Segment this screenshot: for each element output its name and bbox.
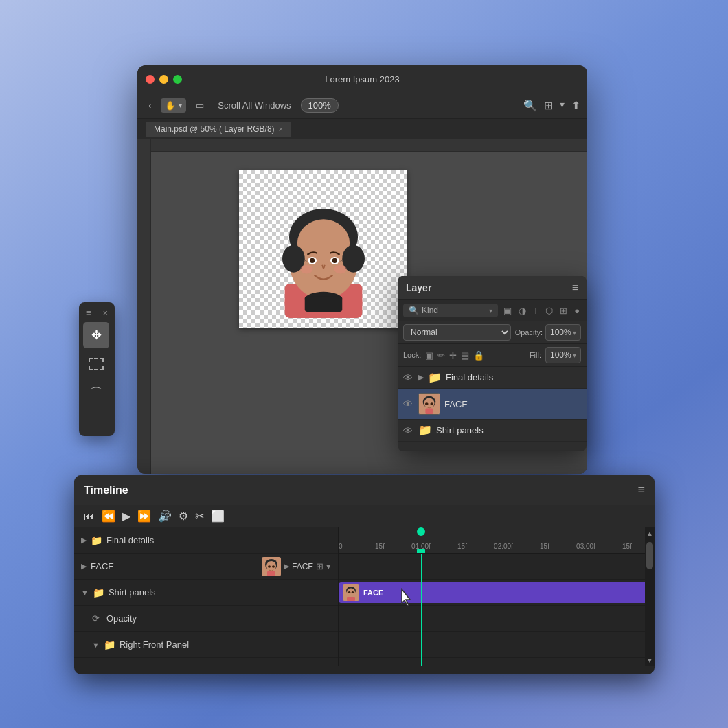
tl-track-opacity-1[interactable] [339, 632, 655, 658]
play-button[interactable]: ▶ [122, 510, 130, 523]
tl-track-shirt-panels[interactable] [339, 606, 655, 632]
layer-panel-header: Layer ≡ [398, 276, 587, 300]
tl-track-face[interactable]: FACE ▶ [339, 580, 655, 606]
layer-adjust-filter[interactable]: ◑ [517, 304, 527, 317]
skip-back-button[interactable]: ⏮ [84, 510, 95, 523]
tl-chevron-final: ▶ [81, 536, 87, 545]
scroll-thumb[interactable] [646, 542, 653, 569]
tl-layer-shirt-panels[interactable]: ▼ 📁 Shirt panels [74, 580, 338, 606]
svg-point-13 [334, 265, 346, 274]
folder-icon-shirt: 📁 [418, 424, 432, 437]
layer-pixel-filter[interactable]: ▣ [502, 304, 513, 317]
scroll-down-arrow[interactable]: ▼ [644, 655, 655, 666]
tl-clip-expand-icon[interactable]: ▶ [284, 562, 289, 571]
svg-point-31 [348, 591, 351, 593]
lasso-tool-button[interactable]: ⌒ [83, 380, 109, 406]
ruler-mark-00: 00 [339, 543, 343, 550]
audio-button[interactable]: 🔊 [158, 510, 172, 523]
svg-point-24 [266, 561, 276, 571]
fill-value[interactable]: 100% ▾ [545, 347, 581, 363]
minimize-dot[interactable] [159, 75, 168, 84]
maximize-dot[interactable] [173, 75, 182, 84]
tl-face-options[interactable]: ⊞ ▾ [316, 561, 331, 571]
lock-transparent-btn[interactable]: ▣ [425, 350, 433, 361]
svg-point-5 [297, 219, 349, 266]
zoom-badge[interactable]: 100% [301, 98, 339, 113]
layer-kind-select[interactable]: 🔍 Kind ▾ [403, 304, 498, 317]
cut-button[interactable]: ✂ [195, 510, 204, 523]
tl-name-face: FACE [91, 561, 258, 571]
svg-point-9 [310, 258, 315, 263]
view-dropdown-icon[interactable]: ▾ [560, 99, 565, 112]
back-button[interactable]: ‹ [144, 98, 155, 113]
character-illustration [239, 170, 407, 328]
tl-chevron-rfp: ▼ [92, 641, 100, 649]
tools-expand-icon[interactable]: ≡ [86, 308, 91, 318]
layer-menu-button[interactable]: ≡ [572, 282, 578, 294]
settings-button[interactable]: ⚙ [179, 510, 188, 523]
tab-close-button[interactable]: × [279, 125, 283, 133]
timeline-ruler: 00 15f 01:00f 15f 02:00f 15f 03:00f 15f … [339, 527, 655, 554]
lasso-icon: ⌒ [90, 385, 102, 401]
svg-rect-27 [267, 571, 275, 576]
rect-icon: ▭ [196, 100, 204, 111]
frame-button[interactable]: ⬜ [211, 510, 225, 523]
lock-all-btn[interactable]: 🔒 [473, 350, 484, 361]
move-tool-button[interactable]: ✥ [83, 322, 109, 348]
layer-item-final-details[interactable]: 👁 ▶ 📁 Final details [398, 367, 587, 389]
tl-track-rfp[interactable] [339, 658, 655, 666]
visibility-icon-final[interactable]: 👁 [403, 372, 414, 383]
tl-layer-opacity-1[interactable]: ⟳ Opacity [74, 606, 338, 632]
timeline-header: Timeline ≡ [74, 475, 655, 505]
step-back-button[interactable]: ⏪ [102, 510, 115, 523]
rectangle-tool-button[interactable]: ▭ [192, 98, 208, 113]
tab-label: Main.psd @ 50% ( Layer RGB/8) [154, 124, 275, 134]
tools-close-icon[interactable]: × [102, 308, 108, 318]
tl-face-thumb [262, 557, 281, 576]
expand-icon-final[interactable]: ▶ [418, 373, 424, 382]
layer-item-face[interactable]: 👁 FACE [398, 389, 587, 420]
folder-icon-final: 📁 [428, 371, 442, 384]
svg-rect-15 [304, 296, 342, 312]
tl-name-shirt: Shirt panels [109, 587, 331, 598]
share-icon[interactable]: ⬆ [571, 99, 580, 112]
tl-layer-final-details[interactable]: ▶ 📁 Final details [74, 527, 338, 554]
layer-item-shirt-panels[interactable]: 👁 📁 Shirt panels [398, 420, 587, 442]
layer-text-filter[interactable]: T [532, 304, 540, 317]
visibility-icon-face[interactable]: 👁 [403, 398, 414, 409]
fill-number: 100% [550, 350, 571, 360]
view-toggle-icon[interactable]: ⊞ [544, 99, 553, 112]
lock-artboard-btn[interactable]: ▤ [461, 350, 469, 361]
opacity-value[interactable]: 100% ▾ [545, 324, 581, 341]
layer-search-bar: 🔍 Kind ▾ ▣ ◑ T ⬡ ⊞ ● [398, 300, 587, 321]
timeline-tracks-area[interactable]: 00 15f 01:00f 15f 02:00f 15f 03:00f 15f … [339, 527, 655, 666]
step-forward-button[interactable]: ⏩ [137, 510, 151, 523]
lock-position-btn[interactable]: ✛ [449, 350, 457, 361]
layer-filter-toggle[interactable]: ● [573, 304, 581, 317]
timeline-scrollbar[interactable]: ▲ ▼ [645, 527, 655, 666]
scroll-up-arrow[interactable]: ▲ [644, 527, 655, 539]
tl-face-clip[interactable]: FACE ▶ [339, 582, 655, 603]
character-svg [262, 181, 385, 318]
lock-image-btn[interactable]: ✏ [437, 350, 445, 361]
visibility-icon-shirt[interactable]: 👁 [403, 425, 414, 436]
tl-face-clip-name: FACE [363, 589, 383, 597]
search-icon[interactable]: 🔍 [523, 99, 537, 112]
tl-layer-opacity-2[interactable]: ⟳ Opacity [74, 658, 338, 666]
main-tab[interactable]: Main.psd @ 50% ( Layer RGB/8) × [146, 122, 291, 137]
canvas-document[interactable] [239, 170, 407, 328]
timeline-menu-button[interactable]: ≡ [637, 483, 645, 497]
tl-track-final-details[interactable] [339, 554, 655, 580]
select-tool-button[interactable] [83, 351, 109, 377]
hand-tool-button[interactable]: ✋ ▾ [161, 98, 186, 113]
tl-layer-face[interactable]: ▶ FACE ▶ F [74, 554, 338, 580]
layer-blend-mode-select[interactable]: Normal [403, 324, 511, 341]
layer-smart-filter[interactable]: ⊞ [558, 304, 569, 317]
ruler-mark-0300f: 03:00f [576, 543, 595, 550]
layer-shape-filter[interactable]: ⬡ [544, 304, 554, 317]
hand-dropdown-icon: ▾ [179, 102, 182, 109]
scroll-all-button[interactable]: Scroll All Windows [214, 98, 295, 113]
svg-rect-33 [347, 597, 355, 601]
close-dot[interactable] [146, 75, 155, 84]
tl-layer-right-front-panel[interactable]: ▼ 📁 Right Front Panel [74, 632, 338, 658]
